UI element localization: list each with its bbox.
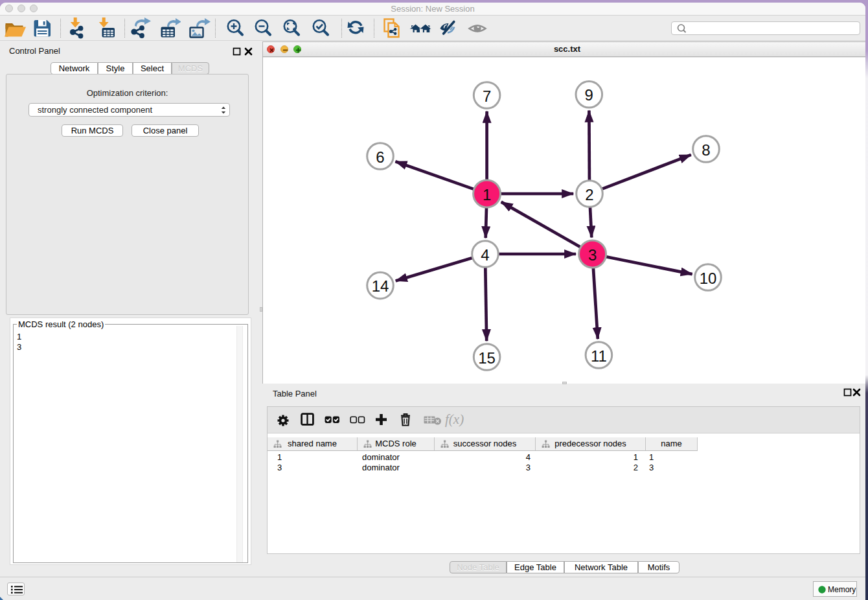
svg-text:4: 4 xyxy=(481,246,489,264)
svg-text:2: 2 xyxy=(585,186,593,203)
svg-text:14: 14 xyxy=(372,277,389,295)
svg-text:1: 1 xyxy=(483,186,491,203)
svg-text:6: 6 xyxy=(376,148,384,166)
svg-text:15: 15 xyxy=(478,349,496,367)
svg-text:8: 8 xyxy=(702,141,710,159)
svg-text:7: 7 xyxy=(483,87,491,105)
svg-text:3: 3 xyxy=(588,246,597,264)
svg-text:9: 9 xyxy=(585,86,593,104)
svg-text:10: 10 xyxy=(700,270,717,287)
svg-text:11: 11 xyxy=(591,347,607,365)
